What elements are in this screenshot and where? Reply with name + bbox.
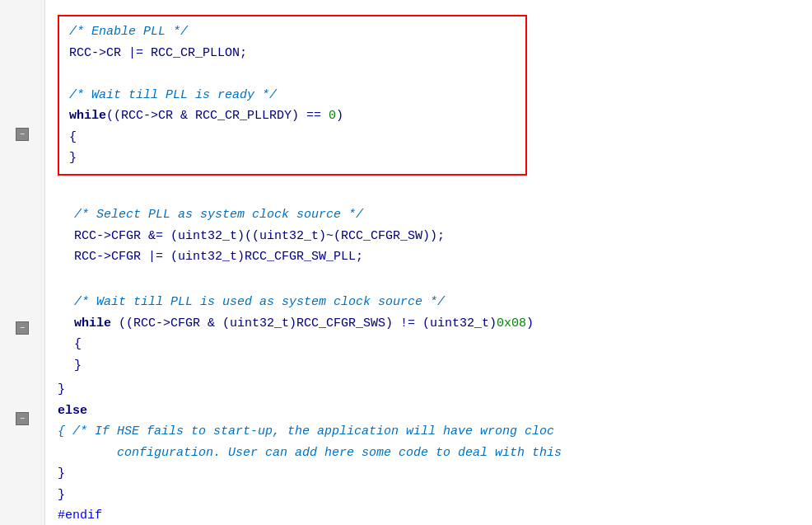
- line-brace-close-2: }: [74, 355, 804, 377]
- line-blank-1: [69, 63, 516, 85]
- line-gutter: − − −: [0, 0, 45, 525]
- line-endif: #endif: [58, 505, 804, 525]
- line-else: else: [58, 401, 804, 422]
- line-blank-2: [58, 184, 804, 205]
- line-close-outer: }: [58, 379, 804, 401]
- line-brace-close-1: }: [69, 148, 516, 169]
- fold-icon-1[interactable]: −: [16, 128, 29, 141]
- line-rcc-cr-pllon: RCC->CR |= RCC_CR_PLLON;: [69, 43, 516, 64]
- line-cfgr-and: RCC->CFGR &= (uint32_t)((uint32_t)~(RCC_…: [74, 226, 804, 247]
- line-hse-comment-2: configuration. User can add here some co…: [58, 443, 804, 464]
- line-cfgr-or: RCC->CFGR |= (uint32_t)RCC_CFGR_SW_PLL;: [74, 246, 804, 268]
- fold-icon-3[interactable]: −: [16, 412, 29, 425]
- fold-icon-2[interactable]: −: [16, 321, 29, 335]
- line-wait-pll-used-comment: /* Wait till PLL is used as system clock…: [74, 292, 804, 313]
- line-brace-close-4: }: [58, 485, 804, 506]
- line-hse-comment-1: { /* If HSE fails to start-up, the appli…: [58, 421, 804, 443]
- line-while-cfgr-sws: while ((RCC->CFGR & (uint32_t)RCC_CFGR_S…: [74, 313, 804, 335]
- code-area: /* Enable PLL */ RCC->CR |= RCC_CR_PLLON…: [45, 0, 812, 525]
- line-brace-open-1: {: [69, 127, 516, 148]
- line-brace-close-3: }: [58, 463, 804, 485]
- line-blank-3: [58, 271, 804, 293]
- line-wait-pll-ready-comment: /* Wait till PLL is ready */: [69, 85, 516, 106]
- line-while-pllrdy: while((RCC->CR & RCC_CR_PLLRDY) == 0): [69, 105, 516, 127]
- editor-container: − − − /* Enable PLL */ RCC->CR |= RCC_CR…: [0, 0, 812, 525]
- line-brace-open-2: {: [74, 334, 804, 355]
- line-select-pll-comment: /* Select PLL as system clock source */: [74, 204, 804, 226]
- line-enable-pll-comment: /* Enable PLL */: [69, 21, 516, 43]
